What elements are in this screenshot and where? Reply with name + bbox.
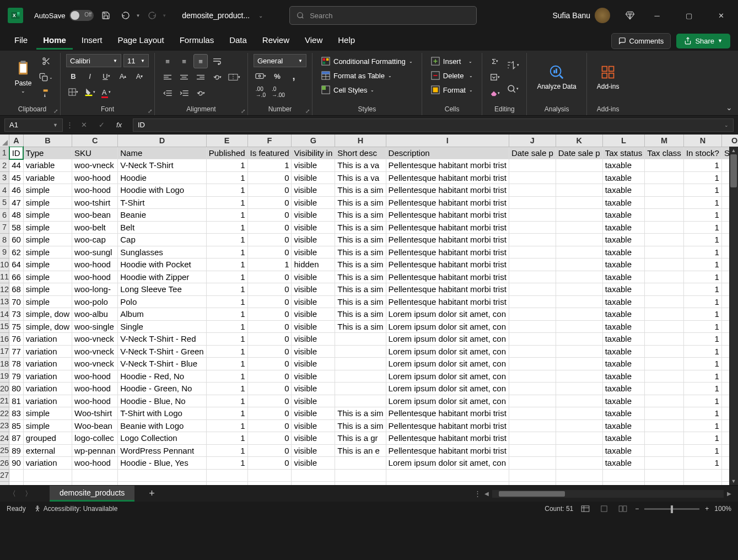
hscroll-left[interactable]: ◀ bbox=[484, 491, 489, 497]
cell-K18[interactable] bbox=[556, 358, 602, 370]
cell-C14[interactable]: woo-albu bbox=[72, 308, 118, 321]
cell-B16[interactable]: variation bbox=[23, 333, 72, 346]
cell-G16[interactable]: visible bbox=[292, 333, 335, 346]
increase-decimal-button[interactable]: .00→.0 bbox=[254, 85, 268, 99]
cell-D19[interactable]: Hoodie - Red, No bbox=[118, 370, 206, 383]
align-left-button[interactable] bbox=[160, 70, 175, 84]
cell-H6[interactable]: This is a sim bbox=[335, 209, 386, 222]
cell-A5[interactable]: 47 bbox=[9, 196, 24, 209]
cell-L20[interactable]: taxable bbox=[602, 383, 645, 395]
cell-E21[interactable]: 1 bbox=[206, 395, 247, 407]
cell-N16[interactable]: 1 bbox=[683, 333, 721, 346]
cell-M13[interactable] bbox=[645, 295, 684, 308]
cell-J10[interactable] bbox=[509, 259, 556, 271]
cell-A18[interactable]: 78 bbox=[9, 358, 24, 370]
comma-button[interactable]: , bbox=[287, 69, 301, 83]
cell-B27[interactable] bbox=[23, 469, 72, 482]
cell-M25[interactable] bbox=[645, 444, 684, 457]
cell-K20[interactable] bbox=[556, 383, 602, 395]
cell-B12[interactable]: simple bbox=[23, 283, 72, 296]
cell-N18[interactable]: 1 bbox=[683, 358, 721, 370]
minimize-button[interactable]: ─ bbox=[644, 7, 670, 24]
cell-D15[interactable]: Single bbox=[118, 320, 206, 333]
cell-N20[interactable]: 1 bbox=[683, 383, 721, 395]
cell-styles-button[interactable]: Cell Styles⌄ bbox=[318, 83, 416, 97]
page-break-view-button[interactable] bbox=[616, 504, 629, 514]
cell-G19[interactable]: visible bbox=[292, 370, 335, 383]
cell-C7[interactable]: woo-belt bbox=[72, 221, 118, 234]
addins-button[interactable]: Add-ins bbox=[592, 54, 624, 100]
cell-J11[interactable] bbox=[509, 271, 556, 283]
cell-A23[interactable]: 85 bbox=[9, 419, 24, 432]
analyze-data-button[interactable]: Analyze Data bbox=[532, 54, 580, 100]
tab-page-layout[interactable]: Page Layout bbox=[111, 32, 170, 50]
copy-button[interactable]: ⌄ bbox=[37, 70, 55, 84]
cell-L7[interactable]: taxable bbox=[602, 221, 645, 234]
col-header-E[interactable]: E bbox=[206, 134, 247, 147]
cell-K1[interactable]: Date sale p bbox=[556, 147, 602, 159]
cell-K16[interactable] bbox=[556, 333, 602, 346]
format-as-table-button[interactable]: Format as Table⌄ bbox=[318, 68, 416, 83]
cell-E14[interactable]: 1 bbox=[206, 308, 247, 321]
cell-G5[interactable]: visible bbox=[292, 196, 335, 209]
cell-H11[interactable]: This is a sim bbox=[335, 271, 386, 283]
redo-dropdown[interactable]: ▼ bbox=[162, 13, 166, 18]
col-header-O[interactable]: O bbox=[721, 134, 738, 147]
align-bottom-button[interactable]: ≡ bbox=[193, 54, 208, 68]
cell-L14[interactable]: taxable bbox=[602, 308, 645, 321]
tab-file[interactable]: File bbox=[8, 32, 34, 50]
row-header-3[interactable]: 3 bbox=[0, 171, 9, 184]
cell-B24[interactable]: grouped bbox=[23, 432, 72, 445]
align-top-button[interactable]: ≡ bbox=[160, 54, 175, 68]
cell-C15[interactable]: woo-single bbox=[72, 320, 118, 333]
formula-input[interactable]: ID⌄ bbox=[133, 119, 734, 132]
cell-B25[interactable]: external bbox=[23, 444, 72, 457]
cell-G26[interactable]: visible bbox=[292, 457, 335, 470]
cell-K10[interactable] bbox=[556, 259, 602, 271]
cell-I3[interactable]: Pellentesque habitant morbi trist bbox=[386, 171, 509, 184]
cell-B4[interactable]: simple bbox=[23, 184, 72, 197]
cell-B9[interactable]: simple bbox=[23, 246, 72, 259]
cell-I12[interactable]: Pellentesque habitant morbi trist bbox=[386, 283, 509, 296]
cell-I14[interactable]: Lorem ipsum dolor sit amet, con bbox=[386, 308, 509, 321]
cell-I28[interactable] bbox=[386, 482, 509, 486]
cell-C8[interactable]: woo-cap bbox=[72, 234, 118, 246]
cell-N17[interactable]: 1 bbox=[683, 345, 721, 358]
diamond-icon[interactable] bbox=[622, 8, 638, 23]
cell-A4[interactable]: 46 bbox=[9, 184, 24, 197]
zoom-slider[interactable] bbox=[644, 508, 699, 510]
cell-J18[interactable] bbox=[509, 358, 556, 370]
borders-button[interactable]: ▾ bbox=[66, 85, 80, 99]
cell-J19[interactable] bbox=[509, 370, 556, 383]
cell-C9[interactable]: woo-sungl bbox=[72, 246, 118, 259]
cell-F12[interactable]: 0 bbox=[247, 283, 292, 296]
cell-J5[interactable] bbox=[509, 196, 556, 209]
autosave-toggle[interactable]: Off bbox=[69, 10, 94, 21]
undo-dropdown[interactable]: ▼ bbox=[136, 13, 140, 18]
cell-A7[interactable]: 58 bbox=[9, 221, 24, 234]
normal-view-button[interactable] bbox=[579, 504, 592, 514]
cell-K8[interactable] bbox=[556, 234, 602, 246]
cell-A15[interactable]: 75 bbox=[9, 320, 24, 333]
cell-H13[interactable]: This is a sim bbox=[335, 295, 386, 308]
cell-M21[interactable] bbox=[645, 395, 684, 407]
row-header-18[interactable]: 18 bbox=[0, 358, 9, 370]
spreadsheet-grid[interactable]: ABCDEFGHIJKLMNO1IDTypeSKUNamePublishedIs… bbox=[0, 134, 738, 485]
vertical-scrollbar[interactable]: ▲ ▼ bbox=[729, 147, 738, 485]
cell-K22[interactable] bbox=[556, 407, 602, 420]
cell-D6[interactable]: Beanie bbox=[118, 209, 206, 222]
cell-H22[interactable]: This is a sim bbox=[335, 407, 386, 420]
col-header-G[interactable]: G bbox=[292, 134, 335, 147]
col-header-N[interactable]: N bbox=[683, 134, 721, 147]
cell-J9[interactable] bbox=[509, 246, 556, 259]
cell-D17[interactable]: V-Neck T-Shirt - Green bbox=[118, 345, 206, 358]
cell-A10[interactable]: 64 bbox=[9, 259, 24, 271]
cell-H24[interactable]: This is a gr bbox=[335, 432, 386, 445]
cell-J23[interactable] bbox=[509, 419, 556, 432]
cell-M10[interactable] bbox=[645, 259, 684, 271]
tab-home[interactable]: Home bbox=[36, 32, 73, 50]
cell-C26[interactable]: woo-hood bbox=[72, 457, 118, 470]
cell-B20[interactable]: variation bbox=[23, 383, 72, 395]
cell-L1[interactable]: Tax status bbox=[602, 147, 645, 159]
cell-F3[interactable]: 0 bbox=[247, 171, 292, 184]
